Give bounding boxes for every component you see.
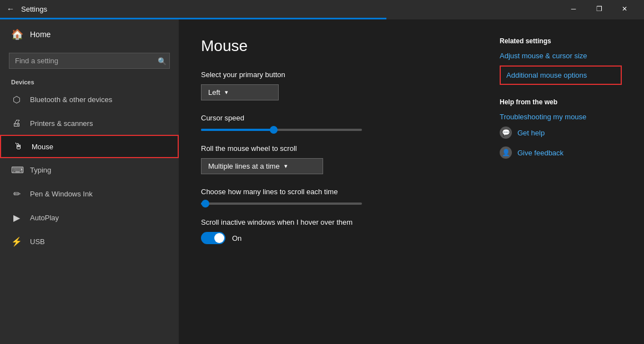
sidebar-item-home[interactable]: 🏠 Home (0, 19, 179, 49)
inactive-scroll-toggle[interactable] (201, 232, 225, 244)
sidebar-item-pen-label: Pen & Windows Ink (30, 190, 93, 198)
search-icon: 🔍 (158, 57, 167, 65)
lines-scroll-setting: Choose how many lines to scroll each tim… (201, 188, 466, 205)
back-button[interactable]: ← (7, 4, 14, 13)
slider-track (201, 129, 362, 131)
lines-slider-thumb[interactable] (202, 200, 209, 208)
help-from-web-title: Help from the web (500, 98, 622, 106)
sidebar-item-bluetooth[interactable]: ⬡ Bluetooth & other devices (0, 88, 179, 112)
scroll-wheel-value: Multiple lines at a time (208, 162, 280, 170)
sidebar-item-pen[interactable]: ✏ Pen & Windows Ink (0, 182, 179, 206)
cursor-speed-label: Cursor speed (201, 114, 466, 122)
chevron-down-icon: ▾ (225, 89, 228, 96)
sidebar-item-mouse-label: Mouse (32, 143, 53, 151)
autoplay-icon: ▶ (11, 213, 22, 223)
sidebar-item-typing-label: Typing (30, 166, 51, 174)
sidebar-item-typing[interactable]: ⌨ Typing (0, 158, 179, 182)
maximize-button[interactable]: ❐ (586, 0, 612, 18)
minimize-button[interactable]: ─ (561, 0, 586, 18)
cursor-speed-setting: Cursor speed (201, 114, 466, 131)
additional-mouse-options-link[interactable]: Additional mouse options (500, 65, 622, 85)
related-settings-title: Related settings (500, 37, 622, 45)
toggle-label: On (232, 234, 242, 242)
feedback-link[interactable]: Give feedback (517, 149, 564, 157)
usb-icon: ⚡ (11, 236, 22, 247)
scroll-wheel-setting: Roll the mouse wheel to scroll Multiple … (201, 144, 466, 174)
scroll-wheel-dropdown[interactable]: Multiple lines at a time ▾ (201, 158, 323, 174)
sidebar-item-autoplay-label: AutoPlay (30, 214, 59, 222)
content-right: Related settings Adjust mouse & cursor s… (500, 37, 622, 326)
cursor-speed-slider[interactable] (201, 129, 466, 131)
home-icon: 🏠 (11, 28, 23, 41)
lines-slider-track (201, 203, 362, 205)
bluetooth-icon: ⬡ (11, 94, 22, 105)
sidebar-item-autoplay[interactable]: ▶ AutoPlay (0, 206, 179, 230)
mouse-icon: 🖱 (13, 141, 24, 151)
toggle-knob (214, 233, 224, 243)
titlebar: ← Settings ─ ❐ ✕ (0, 0, 644, 18)
feedback-icon: 👤 (500, 146, 512, 159)
scroll-wheel-label: Roll the mouse wheel to scroll (201, 144, 466, 153)
titlebar-controls: ─ ❐ ✕ (561, 0, 637, 18)
close-button[interactable]: ✕ (612, 0, 637, 18)
chevron-down-icon-2: ▾ (284, 163, 288, 170)
primary-button-dropdown[interactable]: Left ▾ (201, 84, 279, 100)
sidebar-item-printers[interactable]: 🖨 Printers & scanners (0, 112, 179, 135)
sidebar-section-label: Devices (0, 74, 179, 88)
get-help-icon: 💬 (500, 127, 512, 139)
inactive-scroll-label: Scroll inactive windows when I hover ove… (201, 218, 466, 226)
sidebar-item-printers-label: Printers & scanners (30, 119, 93, 128)
get-help-item[interactable]: 💬 Get help (500, 127, 622, 139)
sidebar: 🏠 Home 🔍 Devices ⬡ Bluetooth & other dev… (0, 19, 179, 344)
troubleshoot-mouse-link[interactable]: Troubleshooting my mouse (500, 113, 622, 121)
titlebar-title: Settings (21, 5, 561, 13)
printer-icon: 🖨 (11, 118, 22, 128)
primary-button-setting: Select your primary button Left ▾ (201, 70, 466, 100)
sidebar-item-usb[interactable]: ⚡ USB (0, 230, 179, 254)
page-title: Mouse (201, 37, 466, 55)
typing-icon: ⌨ (11, 165, 22, 175)
search-input[interactable] (9, 53, 170, 69)
primary-button-label: Select your primary button (201, 70, 466, 79)
inactive-scroll-toggle-row: On (201, 232, 466, 244)
lines-scroll-slider[interactable] (201, 203, 466, 205)
slider-fill (201, 129, 274, 131)
primary-button-value: Left (208, 88, 220, 97)
help-section: Help from the web Troubleshooting my mou… (500, 98, 622, 159)
sidebar-search: 🔍 (9, 53, 170, 69)
lines-scroll-label: Choose how many lines to scroll each tim… (201, 188, 466, 196)
content-area: Mouse Select your primary button Left ▾ … (179, 19, 644, 344)
sidebar-item-mouse[interactable]: 🖱 Mouse (0, 135, 179, 158)
app-body: 🏠 Home 🔍 Devices ⬡ Bluetooth & other dev… (0, 19, 644, 344)
pen-icon: ✏ (11, 189, 22, 199)
adjust-cursor-link[interactable]: Adjust mouse & cursor size (500, 52, 622, 60)
sidebar-item-bluetooth-label: Bluetooth & other devices (30, 95, 112, 104)
slider-thumb[interactable] (270, 126, 278, 134)
get-help-link[interactable]: Get help (517, 129, 545, 137)
content-main: Mouse Select your primary button Left ▾ … (201, 37, 466, 326)
inactive-scroll-setting: Scroll inactive windows when I hover ove… (201, 218, 466, 244)
home-label: Home (30, 30, 51, 39)
sidebar-item-usb-label: USB (30, 237, 45, 246)
feedback-item[interactable]: 👤 Give feedback (500, 146, 622, 159)
